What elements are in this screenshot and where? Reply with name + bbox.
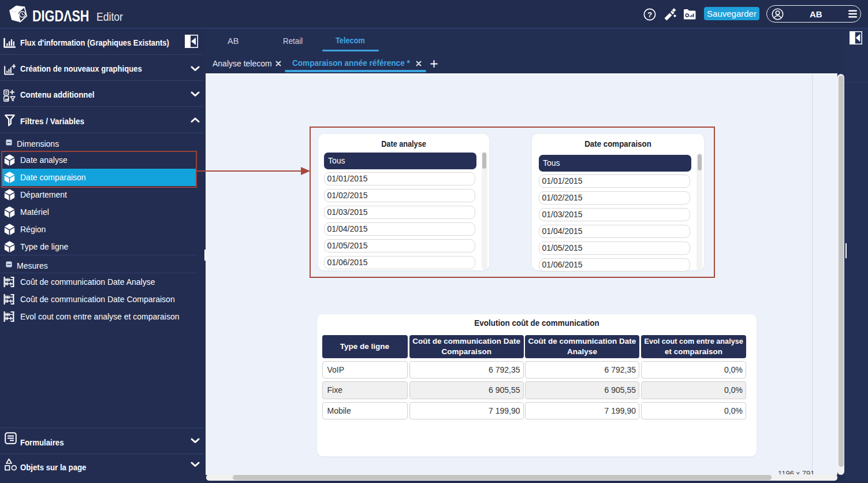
svg-text:?: ? (647, 10, 652, 19)
